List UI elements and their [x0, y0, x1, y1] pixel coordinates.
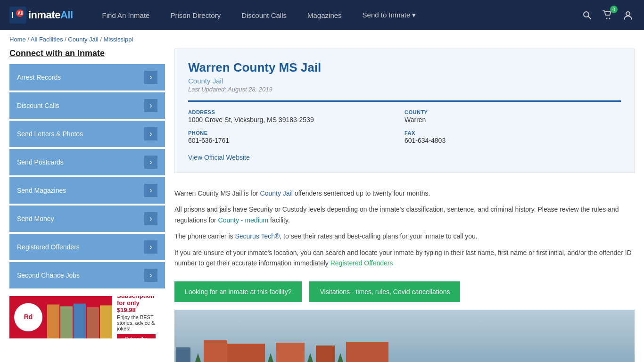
address-value: 1000 Grove St, Vicksburg, MS 39183-2539 [188, 116, 405, 123]
search-icon [583, 11, 591, 19]
svg-text:i: i [11, 10, 14, 20]
cart-button[interactable]: 0 [601, 8, 614, 22]
arrow-icon: › [144, 71, 157, 84]
sidebar-title: Connect with an Inmate [9, 49, 165, 58]
sidebar-item-send-postcards[interactable]: Send Postcards › [9, 149, 165, 175]
desc-para-2: All prisons and jails have Security or C… [174, 204, 635, 225]
ad-desc: Enjoy the BEST stories, advice & jokes! [117, 314, 156, 331]
arrow-icon: › [144, 269, 157, 282]
sidebar-item-registered-offenders[interactable]: Registered Offenders › [9, 234, 165, 260]
svg-line-5 [588, 16, 591, 19]
tree [306, 353, 314, 362]
page-container: Connect with an Inmate Arrest Records › … [0, 49, 644, 362]
ad-logo: Rd [9, 296, 47, 338]
svg-text:All: All [17, 11, 24, 16]
facility-info: ADDRESS 1000 Grove St, Vicksburg, MS 391… [188, 100, 621, 161]
arrow-icon: › [144, 156, 157, 169]
breadcrumb-state[interactable]: Mississippi [103, 36, 133, 43]
county-medium-link[interactable]: County - medium [218, 216, 269, 224]
facility-updated: Last Updated: August 28, 2019 [188, 86, 621, 93]
facility-type: County Jail [188, 77, 621, 85]
website-link[interactable]: View Official Website [188, 154, 250, 161]
search-button[interactable] [581, 9, 593, 21]
county-jail-link[interactable]: County Jail [260, 189, 293, 197]
desc-para-3: The phone carrier is Securus Tech®, to s… [174, 231, 635, 241]
sidebar-item-discount-calls[interactable]: Discount Calls › [9, 92, 165, 119]
county-value: Warren [405, 116, 621, 123]
nav-find-inmate[interactable]: Find An Inmate [92, 0, 160, 30]
ad-books [47, 296, 112, 338]
cart-badge-count: 0 [610, 6, 618, 13]
find-inmate-cta-button[interactable]: Looking for an inmate at this facility? [174, 281, 302, 302]
facility-title: Warren County MS Jail [188, 60, 621, 75]
building-row [174, 340, 635, 362]
main-content: Warren County MS Jail County Jail Last U… [174, 49, 635, 362]
sidebar-item-send-money[interactable]: Send Money › [9, 206, 165, 232]
facility-card: Warren County MS Jail County Jail Last U… [174, 49, 635, 173]
county-label: COUNTY [405, 109, 621, 115]
ad-price: 1 Year Subscription for only $19.98 [117, 296, 156, 313]
nav-right: 0 [581, 8, 635, 22]
navbar: i All inmateAll Find An Inmate Prison Di… [0, 0, 644, 30]
arrow-icon: › [144, 184, 157, 197]
user-button[interactable] [621, 8, 635, 22]
fax-block: FAX 601-634-4803 [405, 130, 621, 144]
sidebar: Connect with an Inmate Arrest Records › … [9, 49, 165, 362]
arrow-icon: › [144, 127, 157, 140]
phone-label: PHONE [188, 130, 405, 136]
sidebar-item-send-magazines[interactable]: Send Magazines › [9, 177, 165, 204]
svg-point-8 [626, 12, 630, 16]
desc-para-1: Warren County MS Jail is for County Jail… [174, 188, 635, 198]
user-icon [623, 10, 633, 20]
nav-prison-directory[interactable]: Prison Directory [160, 0, 231, 30]
breadcrumb-county-jail[interactable]: County Jail [68, 36, 98, 43]
desc-para-4: If you are unsure of your inmate's locat… [174, 247, 635, 269]
breadcrumb-home[interactable]: Home [9, 36, 26, 43]
logo-icon: i All [9, 7, 26, 24]
nav-magazines[interactable]: Magazines [297, 0, 352, 30]
fax-label: FAX [405, 130, 621, 136]
fax-value: 601-634-4803 [405, 137, 621, 144]
securus-link[interactable]: Securus Tech® [235, 232, 280, 240]
website-block: View Official Website [188, 154, 621, 161]
logo[interactable]: i All inmateAll [9, 7, 73, 24]
arrow-icon: › [144, 212, 157, 225]
sidebar-item-second-chance-jobs[interactable]: Second Chance Jobs › [9, 262, 165, 288]
registered-offenders-link[interactable]: Registered Offenders [330, 259, 393, 267]
svg-point-6 [606, 18, 608, 19]
nav-send-to-inmate[interactable]: Send to Inmate ▾ [352, 0, 427, 30]
breadcrumb-all-facilities[interactable]: All Facilities [31, 36, 63, 43]
nav-links: Find An Inmate Prison Directory Discount… [92, 0, 581, 30]
address-block: ADDRESS 1000 Grove St, Vicksburg, MS 391… [188, 109, 405, 123]
sidebar-item-send-letters[interactable]: Send Letters & Photos › [9, 121, 165, 147]
facility-description: Warren County MS Jail is for County Jail… [174, 181, 635, 281]
ad-text: 1 Year Subscription for only $19.98 Enjo… [112, 296, 160, 338]
tree [266, 353, 275, 362]
phone-block: PHONE 601-636-1761 [188, 130, 405, 144]
county-block: COUNTY Warren [405, 109, 621, 123]
cta-buttons: Looking for an inmate at this facility? … [174, 281, 635, 302]
arrow-icon: › [144, 99, 157, 112]
logo-text: inmateAll [28, 9, 73, 21]
sidebar-ad[interactable]: Rd 1 Year Subscription for only $19.98 E… [9, 296, 160, 338]
tree [336, 353, 345, 362]
address-label: ADDRESS [188, 109, 405, 115]
breadcrumb: Home / All Facilities / County Jail / Mi… [0, 30, 644, 49]
arrow-icon: › [144, 240, 157, 254]
tree [194, 353, 202, 362]
ad-subscribe-button[interactable]: Subscribe Now [117, 334, 156, 338]
phone-value: 601-636-1761 [188, 137, 405, 144]
visitations-cta-button[interactable]: Visitations - times, rules, Covid cancel… [309, 281, 460, 302]
sidebar-item-arrest-records[interactable]: Arrest Records › [9, 64, 165, 90]
nav-discount-calls[interactable]: Discount Calls [231, 0, 297, 30]
facility-image [174, 310, 635, 362]
svg-point-7 [609, 18, 611, 19]
